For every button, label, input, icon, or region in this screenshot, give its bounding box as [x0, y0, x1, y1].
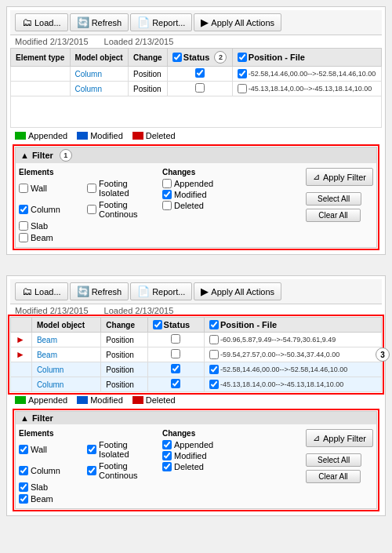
wall-checkbox[interactable] — [19, 184, 28, 193]
footing-continous-checkbox-2[interactable] — [87, 466, 96, 475]
clear-all-button[interactable]: Clear All — [306, 209, 361, 222]
col-model-object: Model object — [70, 49, 128, 67]
filter-collapse-icon-2: ▲ — [20, 413, 29, 423]
footing-continous-checkbox[interactable] — [87, 205, 96, 214]
top-filter-header[interactable]: ▲ Filter 1 — [16, 147, 376, 163]
table-row-beam2: ► Beam Position -59.54,27.57,0.00-->-50.… — [11, 347, 382, 362]
load-button[interactable]: 🗂 Load... — [15, 13, 68, 31]
bottom-panel: 🗂 Load... 🔄 Refresh 📄 Report... ▶ Apply … — [6, 275, 386, 516]
bottom-toolbar: 🗂 Load... 🔄 Refresh 📄 Report... ▶ Apply … — [10, 279, 382, 304]
cell-arrow-1: ► — [11, 333, 32, 347]
col-change-2: Change — [101, 318, 147, 333]
funnel-icon-2: ⊿ — [313, 433, 320, 443]
apply-filter-button-2[interactable]: ⊿ Apply Filter — [306, 429, 373, 447]
refresh-button[interactable]: 🔄 Refresh — [70, 13, 129, 31]
col-position-file: Position - File — [232, 49, 381, 67]
cell-change: Position — [128, 67, 167, 82]
column-checkbox[interactable] — [19, 205, 28, 214]
slab-checkbox-2[interactable] — [19, 482, 28, 492]
cell-pos-beam1: -60.96,5.87,9.49-->-54.79,30.61,9.49 — [204, 333, 381, 347]
modified-label-2: Modified — [90, 395, 123, 405]
section-gap — [0, 261, 392, 269]
wall-checkbox-2[interactable] — [19, 445, 28, 454]
status-header-checkbox-2[interactable] — [153, 320, 162, 329]
deleted-color-2 — [132, 396, 143, 404]
cell-pos-beam2: -59.54,27.57,0.00-->-50.34,37.44,0.00 — [204, 347, 381, 362]
cell-status-beam1[interactable] — [147, 333, 204, 347]
cell-status-beam2[interactable] — [147, 347, 204, 362]
select-all-button[interactable]: Select All — [306, 192, 361, 206]
beam-checkbox-2[interactable] — [19, 494, 28, 504]
deleted-checkbox[interactable] — [162, 201, 172, 210]
elements-title-2: Elements — [19, 429, 154, 438]
col-position-file-2: Position - File — [204, 318, 381, 333]
col-status[interactable]: Status 2 — [167, 49, 232, 67]
table-row-col2: Column Position -45.13,18.14,0.00-->-45.… — [11, 377, 382, 392]
report-button[interactable]: 📄 Report... — [130, 13, 192, 31]
modified-checkbox-2[interactable] — [162, 451, 172, 460]
deleted-label-2: Deleted — [146, 395, 176, 405]
filter-slab-2: Slab — [19, 482, 86, 492]
cell-model-col2: Column — [31, 377, 100, 392]
cell-status-col2[interactable] — [147, 377, 204, 392]
col-element-type: Element type — [11, 49, 71, 67]
filter-label-2: Filter — [32, 413, 53, 423]
status-header-checkbox[interactable] — [172, 53, 182, 62]
appended-checkbox-2[interactable] — [162, 440, 172, 449]
apply-all-button-2[interactable]: ▶ Apply All Actions — [194, 282, 281, 300]
cell-change: Position — [128, 82, 167, 96]
cell-change-col2: Position — [101, 377, 147, 392]
pos-header-checkbox-2[interactable] — [209, 320, 219, 329]
col-status-2[interactable]: Status — [147, 318, 204, 333]
col-change: Change — [128, 49, 167, 67]
load-button-2[interactable]: 🗂 Load... — [15, 282, 68, 300]
clear-all-button-2[interactable]: Clear All — [306, 470, 361, 483]
cell-model-col1: Column — [31, 362, 100, 377]
cell-status[interactable] — [167, 67, 232, 82]
load-label-2: Load... — [34, 287, 61, 297]
select-all-button-2[interactable]: Select All — [306, 453, 361, 467]
filter-footing-isolated: Footing Isolated — [87, 179, 154, 198]
cell-status[interactable] — [167, 82, 232, 96]
changes-title: Changes — [162, 168, 298, 176]
report-button-2[interactable]: 📄 Report... — [130, 282, 192, 300]
cell-change-col1: Position — [101, 362, 147, 377]
filter-column-2: Column — [19, 461, 86, 480]
filter-deleted-2: Deleted — [162, 462, 298, 471]
appended-checkbox[interactable] — [162, 179, 172, 188]
report-icon: 📄 — [137, 16, 150, 28]
table-row-beam1: ► Beam Position -60.96,5.87,9.49-->-54.7… — [11, 333, 382, 347]
pos-header-checkbox[interactable] — [238, 53, 247, 62]
filter-label: Filter — [32, 151, 53, 160]
modified-checkbox[interactable] — [162, 190, 172, 199]
filter-wall-2: Wall — [19, 440, 86, 459]
footing-isolated-checkbox[interactable] — [87, 184, 96, 193]
table-row: Column Position -52.58,14.46,00.00-->-52… — [11, 67, 382, 82]
top-legend: Appended Modified Deleted — [10, 128, 382, 144]
deleted-checkbox-2[interactable] — [162, 462, 172, 471]
report-icon-2: 📄 — [137, 286, 150, 297]
beam-checkbox[interactable] — [19, 233, 28, 242]
cell-element-type — [11, 82, 71, 96]
slab-checkbox[interactable] — [19, 221, 28, 231]
bottom-filter-header[interactable]: ▲ Filter — [16, 412, 376, 424]
changes-col-2: Changes Appended Modified Deleted — [162, 429, 298, 505]
column-checkbox-2[interactable] — [19, 466, 28, 475]
cell-model-object: Column — [70, 82, 128, 96]
apply-icon-2: ▶ — [201, 286, 209, 297]
filter-collapse-icon: ▲ — [20, 151, 29, 160]
cell-status-col1[interactable] — [147, 362, 204, 377]
cell-change-beam2: Position — [101, 347, 147, 362]
bottom-table-container: Model object Change Status Position - Fi… — [10, 317, 382, 392]
apply-all-button[interactable]: ▶ Apply All Actions — [194, 13, 281, 31]
table-row-col1: Column Position -52.58,14.46,00.00-->-52… — [11, 362, 382, 377]
footing-isolated-checkbox-2[interactable] — [87, 445, 96, 454]
cell-pos-col2: -45.13,18.14,0.00-->-45.13,18.14,10.00 — [204, 377, 381, 392]
changes-col: Changes Appended Modified Deleted — [162, 168, 298, 244]
bottom-legend: Appended Modified Deleted — [10, 392, 382, 408]
filter-beam-2: Beam — [19, 494, 86, 504]
apply-filter-button[interactable]: ⊿ Apply Filter — [306, 168, 373, 186]
load-icon: 🗂 — [22, 16, 32, 28]
filter-appended-2: Appended — [162, 440, 298, 449]
refresh-button-2[interactable]: 🔄 Refresh — [70, 282, 129, 300]
